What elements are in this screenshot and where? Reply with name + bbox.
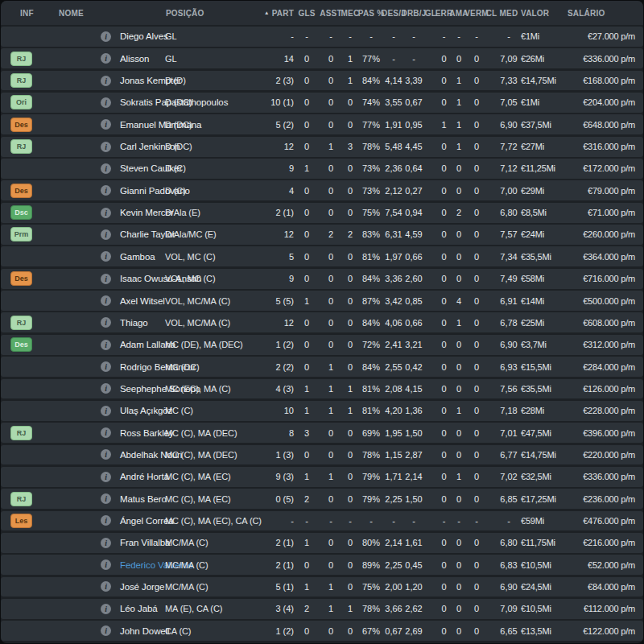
player-row[interactable]: iSteven CaulkerD (C)910073%2,360,640007,… xyxy=(1,159,643,179)
info-icon[interactable]: i xyxy=(101,119,111,130)
column-header-drbj[interactable]: DRB/J xyxy=(403,9,424,18)
player-row[interactable]: RJiAlissonGL1400177%--0007,09€26Mi€336.0… xyxy=(1,48,643,68)
verm-cell: 0 xyxy=(467,450,486,460)
player-row[interactable]: iLéo JabáMA (E), CA (C)3 (4)21178%3,662,… xyxy=(1,599,643,619)
column-header-desj[interactable]: DES/J xyxy=(384,9,403,18)
player-name[interactable]: Thiago xyxy=(120,318,148,328)
info-icon[interactable]: i xyxy=(101,142,111,152)
column-header-gls[interactable]: GLS xyxy=(294,9,320,18)
player-name[interactable]: Alisson xyxy=(120,54,149,64)
player-row[interactable]: iAbdelhak NouriMC (C), MA (DEC)1 (3)0007… xyxy=(1,445,643,465)
ama-cell: 0 xyxy=(451,626,467,636)
player-name[interactable]: José Jorge xyxy=(120,582,164,592)
desj-cell: 3,42 xyxy=(384,296,403,306)
info-icon[interactable]: i xyxy=(101,229,111,240)
info-icon[interactable]: i xyxy=(101,251,111,262)
player-row[interactable]: iFederico ValverdeMC/MA (C)2 (1)00089%2,… xyxy=(1,555,643,575)
info-icon[interactable]: i xyxy=(101,340,111,350)
column-header-verm[interactable]: VERM xyxy=(467,9,486,18)
player-row[interactable]: RJiRoss BarkleyMC (C), MA (DEC)830069%1,… xyxy=(1,423,643,443)
player-name[interactable]: Matus Bero xyxy=(120,494,167,504)
mec-cell: 0 xyxy=(342,560,358,570)
info-icon[interactable]: i xyxy=(101,559,111,570)
pas-cell: 84% xyxy=(358,362,384,372)
verm-cell: 0 xyxy=(467,120,486,130)
gls-cell: 2 xyxy=(294,604,320,613)
player-row[interactable]: DesiAdam LallanaMC (DE), MA (DEC)1 (2)00… xyxy=(1,335,643,355)
player-row[interactable]: DesiEmanuel MammanaD (DC)5 (2)00077%1,91… xyxy=(1,114,643,134)
verm-cell: 0 xyxy=(467,560,486,570)
info-icon[interactable]: i xyxy=(101,274,111,284)
column-header-salario[interactable]: SALÁRIO xyxy=(566,9,635,18)
player-row[interactable]: iRodrigo BentancurMC (DC)2 (2)01084%2,55… xyxy=(1,357,643,377)
info-icon[interactable]: i xyxy=(101,515,111,526)
info-icon[interactable]: i xyxy=(101,31,111,42)
drbj-cell: 3,21 xyxy=(403,340,424,349)
player-name[interactable]: Axel Witsel xyxy=(120,296,165,306)
column-header-mec[interactable]: MEC xyxy=(342,9,358,18)
player-name[interactable]: Diego Alves xyxy=(120,31,168,41)
player-name[interactable]: Léo Jabá xyxy=(120,604,158,613)
info-icon[interactable]: i xyxy=(101,317,111,328)
player-row[interactable]: iFran VillalbaMC/MA (C)2 (1)10080%2,141,… xyxy=(1,533,643,553)
info-icon[interactable]: i xyxy=(101,581,111,592)
player-row[interactable]: RJiMatus BeroMC (C), MA (EC)0 (5)20079%2… xyxy=(1,489,643,509)
info-icon[interactable]: i xyxy=(101,427,111,438)
mec-cell: 3 xyxy=(342,142,358,151)
gls-cell: 1 xyxy=(294,296,320,306)
info-icon[interactable]: i xyxy=(101,406,111,416)
info-icon[interactable]: i xyxy=(101,538,111,548)
column-header-inf[interactable]: INF xyxy=(1,9,52,18)
player-row[interactable]: iUlaş AçıkgözMC (C)1011181%4,201,360107,… xyxy=(1,401,643,421)
status-badge: RJ xyxy=(10,316,32,330)
player-row[interactable]: iGamboaVOL, MC (C)500081%1,970,660007,34… xyxy=(1,246,643,266)
player-row[interactable]: iJohn DowellCA (C)1 (2)00067%0,672,69000… xyxy=(1,621,643,641)
column-header-med[interactable]: MED xyxy=(497,9,521,18)
player-row[interactable]: OriiSokratis PapastathopoulosD (DC)10 (1… xyxy=(1,93,643,113)
player-row[interactable]: RJiCarl JenkinsonD (DC)1201378%5,484,450… xyxy=(1,137,643,157)
info-icon[interactable]: i xyxy=(101,383,111,394)
player-row[interactable]: DesiIsaac Owusu-AnsahVOL, MC (C)900084%3… xyxy=(1,269,643,289)
info-icon[interactable]: i xyxy=(101,449,111,460)
player-name[interactable]: Gamboa xyxy=(120,252,155,262)
info-icon[interactable]: i xyxy=(101,625,111,636)
player-row[interactable]: PrmiCharlie TaylorD/Ala/MC (E)1202283%6,… xyxy=(1,225,643,245)
info-icon[interactable]: i xyxy=(101,53,111,64)
info-icon[interactable]: i xyxy=(101,163,111,174)
player-row[interactable]: DsciKevin MercerD/Ala (E)2 (1)00075%7,54… xyxy=(1,203,643,223)
column-header-valor[interactable]: VALOR xyxy=(521,9,566,18)
part-cell: 14 xyxy=(268,54,294,64)
player-name[interactable]: Fran Villalba xyxy=(120,538,170,547)
err-cell: 0 xyxy=(437,274,451,283)
column-header-asst[interactable]: ASST xyxy=(320,9,342,18)
info-icon[interactable]: i xyxy=(101,604,111,614)
valor-cell: €11,75Mi xyxy=(521,538,566,547)
column-header-pas[interactable]: PAS % xyxy=(358,9,384,18)
column-header-posicao[interactable]: POSIÇÃO xyxy=(165,9,268,18)
info-icon[interactable]: i xyxy=(101,493,111,504)
player-name[interactable]: André Horta xyxy=(120,472,169,481)
info-icon[interactable]: i xyxy=(101,361,111,372)
info-icon[interactable]: i xyxy=(101,472,111,482)
player-row[interactable]: iAxel WitselVOL, MC/MA (C)5 (5)10087%3,4… xyxy=(1,291,643,311)
player-row[interactable]: RJiJonas KempterD (D)2 (3)00184%4,143,39… xyxy=(1,71,643,91)
column-header-cl[interactable]: CL xyxy=(486,9,497,18)
player-row[interactable]: RJiThiagoVOL, MC/MA (C)1200084%4,060,660… xyxy=(1,312,643,332)
column-header-part[interactable]: ▲PART xyxy=(268,9,294,18)
player-row[interactable]: iSeephephe SonopoMC (EC), MA (C)4 (3)111… xyxy=(1,379,643,399)
info-icon[interactable]: i xyxy=(101,76,111,86)
info-icon[interactable]: i xyxy=(101,208,111,218)
info-icon[interactable]: i xyxy=(101,295,111,306)
player-row[interactable]: iJosé JorgeMC/MA (C)5 (1)11075%2,001,200… xyxy=(1,577,643,597)
inf-cell: Des xyxy=(1,337,52,352)
player-row[interactable]: DesiGianni PadovanoD (C)400073%2,120,270… xyxy=(1,180,643,200)
info-icon[interactable]: i xyxy=(101,185,111,196)
player-name[interactable]: John Dowell xyxy=(120,626,170,636)
valor-cell: €24Mi xyxy=(521,229,566,239)
player-row[interactable]: LesiÁngel CorreaMC (C), MA (EC), CA (C)-… xyxy=(1,511,643,531)
pas-cell: 79% xyxy=(358,472,384,481)
player-row[interactable]: iAndré HortaMC (C), MA (EC)9 (3)11079%1,… xyxy=(1,467,643,487)
info-icon[interactable]: i xyxy=(101,97,111,108)
player-row[interactable]: iDiego AlvesGL-----------€1Mi€27.000 p/m xyxy=(1,27,643,47)
column-header-nome[interactable]: NOME xyxy=(52,9,165,18)
